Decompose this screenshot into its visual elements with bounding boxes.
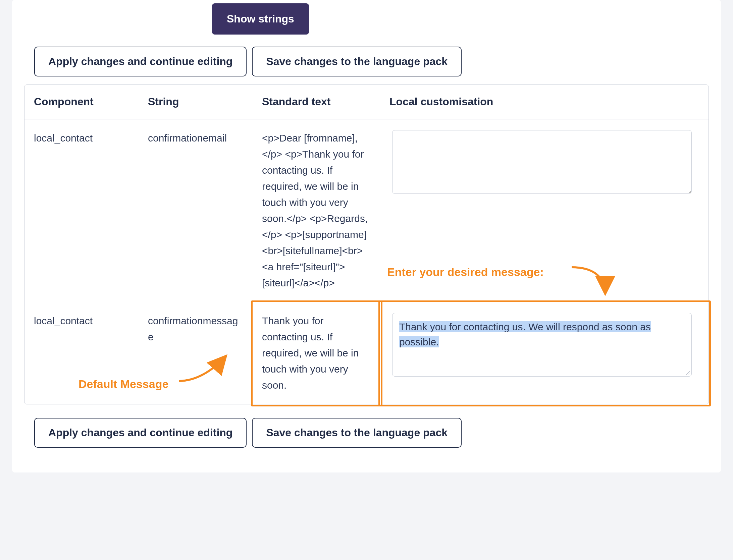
local-customisation-input[interactable]: Thank you for contacting us. We will res…: [392, 313, 692, 377]
apply-changes-button-top[interactable]: Apply changes and continue editing: [34, 47, 247, 76]
column-header-standard: Standard text: [253, 85, 380, 119]
cell-string-id: confirmationemail: [139, 119, 253, 302]
table-header-row: Component String Standard text Local cus…: [24, 85, 709, 119]
local-customisation-value: Thank you for contacting us. We will res…: [399, 321, 651, 347]
cell-string-id: confirmationmessage: [139, 302, 253, 404]
svg-line-1: [688, 373, 690, 375]
cell-standard-text: <p>Dear [fromname],</p> <p>Thank you for…: [253, 119, 380, 302]
save-changes-button-bottom[interactable]: Save changes to the language pack: [252, 418, 462, 448]
action-button-row-bottom: Apply changes and continue editing Save …: [34, 418, 709, 448]
apply-changes-button-bottom[interactable]: Apply changes and continue editing: [34, 418, 247, 448]
cell-standard-text: Thank you for contacting us. If required…: [253, 302, 380, 404]
svg-line-0: [686, 371, 690, 375]
resize-grip-icon: [685, 370, 690, 375]
save-changes-button-top[interactable]: Save changes to the language pack: [252, 47, 462, 76]
strings-table: Component String Standard text Local cus…: [24, 85, 709, 404]
show-strings-button[interactable]: Show strings: [212, 3, 309, 35]
column-header-string: String: [139, 85, 253, 119]
cell-component: local_contact: [24, 119, 139, 302]
table-row: local_contact confirmationmessage Thank …: [24, 302, 709, 404]
cell-component: local_contact: [24, 302, 139, 404]
cell-local-customisation: Thank you for contacting us. We will res…: [380, 302, 709, 404]
action-button-row-top: Apply changes and continue editing Save …: [34, 47, 709, 76]
local-customisation-input[interactable]: [392, 130, 692, 194]
column-header-local: Local customisation: [380, 85, 709, 119]
table-row: local_contact confirmationemail <p>Dear …: [24, 119, 709, 302]
cell-local-customisation: [380, 119, 709, 302]
column-header-component: Component: [24, 85, 139, 119]
